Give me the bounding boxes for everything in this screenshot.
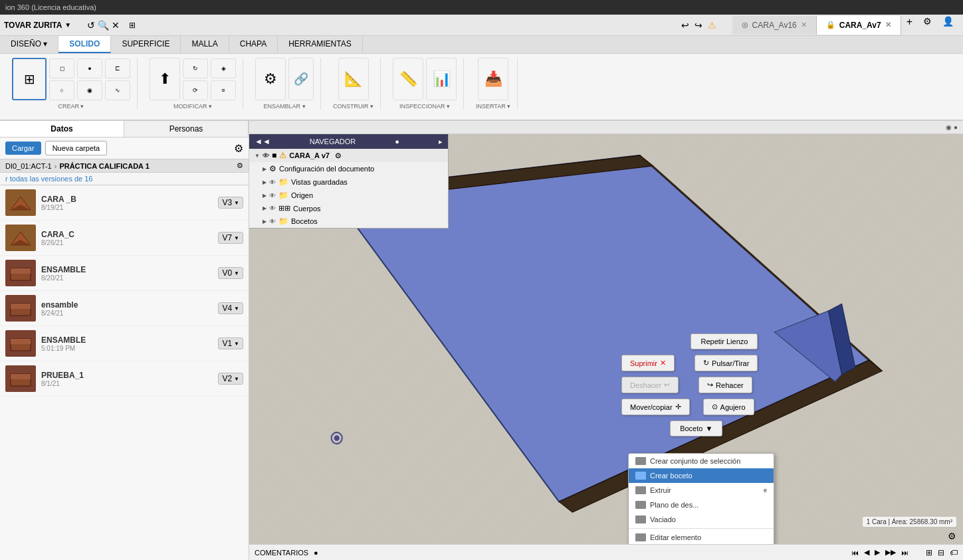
shape-btn-1[interactable]: ◻	[49, 58, 74, 78]
insert-btn[interactable]: 📥	[478, 58, 508, 100]
skip-back-btn[interactable]: ⏮	[851, 549, 859, 557]
design-dropdown[interactable]: DISEÑO ▾	[0, 36, 58, 53]
target-icon[interactable]: ⊙	[335, 151, 341, 160]
tab-superficie[interactable]: SUPERFICIE	[111, 36, 181, 53]
tab-cara-av16[interactable]: ◎ CARA_Av16 ✕	[732, 16, 817, 35]
repeat-canvas-btn[interactable]: Repetir Lienzo	[691, 333, 758, 349]
sidebar-tab-datos[interactable]: Datos	[0, 121, 124, 137]
shape-btn-6[interactable]: ∿	[105, 80, 130, 100]
file-list: CARA _B 8/19/21 V3 ▼	[0, 185, 249, 560]
shape-btn-4[interactable]: ◉	[77, 80, 102, 100]
dropdown-item-vaciado[interactable]: Vaciado	[629, 512, 774, 527]
list-item[interactable]: ENSAMBLE 5:01:19 PM V1 ▼	[0, 326, 249, 361]
inspect-btn-1[interactable]: 📏	[393, 58, 423, 100]
tab-malla[interactable]: MALLA	[181, 36, 229, 53]
dropdown-item-crear-conjunto[interactable]: Crear conjunto de selección	[629, 454, 774, 468]
version-chevron: ▼	[234, 306, 239, 312]
list-item[interactable]: ENSAMBLE 8/20/21 V0 ▼	[0, 256, 249, 291]
version-badge[interactable]: V2 ▼	[218, 373, 243, 385]
sidebar-tab-personas[interactable]: Personas	[124, 121, 249, 137]
list-item[interactable]: ensamble 8/24/21 V4 ▼	[0, 291, 249, 326]
assemble-btn-2[interactable]: 🔗	[288, 58, 314, 100]
extrude-btn[interactable]: ⬆	[150, 58, 180, 100]
dropdown-arrow: ▾	[43, 39, 47, 48]
navigator-close[interactable]: ▸	[439, 138, 443, 146]
close-icon[interactable]: ✕	[112, 20, 120, 31]
prev-btn[interactable]: ◀	[864, 548, 869, 557]
breadcrumb-settings-icon[interactable]: ⚙	[237, 161, 243, 170]
thumbnail-svg	[7, 297, 34, 320]
grid-icon[interactable]: ⊞	[129, 21, 136, 30]
tab-solido[interactable]: SOLIDO	[58, 36, 111, 53]
list-item[interactable]: CARA_C 8/26/21 V7 ▼	[0, 221, 249, 256]
search-icon[interactable]: 🔍	[98, 20, 109, 31]
list-item[interactable]: PRUEBA_1 8/1/21 V2 ▼	[0, 361, 249, 397]
rib-btn[interactable]: ≡	[211, 80, 236, 100]
pulsar-tirar-btn[interactable]: ↻ Pulsar/Tirar	[695, 355, 758, 371]
tab-chapa[interactable]: CHAPA	[229, 36, 278, 53]
eye-icon-nav[interactable]: 👁	[269, 192, 276, 199]
shape-btn-5[interactable]: ⊏	[105, 58, 130, 78]
inspect-btn-2[interactable]: 📊	[426, 58, 457, 100]
construct-btn-1[interactable]: 📐	[338, 58, 369, 100]
user-icon[interactable]: 👤	[937, 16, 959, 35]
skip-fwd-btn[interactable]: ⏭	[901, 549, 909, 557]
dropdown-item-crear-boceto[interactable]: Crear boceto	[629, 468, 774, 483]
version-badge[interactable]: V4 ▼	[218, 302, 243, 314]
tab-close[interactable]: ✕	[885, 21, 891, 29]
version-badge[interactable]: V0 ▼	[218, 267, 243, 279]
mover-copiar-btn[interactable]: Mover/copiar ✛	[621, 399, 690, 415]
dropdown-item-editar-elemento[interactable]: Editar elemento	[629, 530, 774, 544]
nav-tree-item-cuerpos[interactable]: ▶ 👁 ⊞⊞ Cuerpos	[249, 202, 448, 215]
shape-btn-2[interactable]: ○	[49, 80, 74, 100]
loft-btn[interactable]: ◈	[211, 58, 236, 78]
breadcrumb-part1[interactable]: DI0_01:ACT-1	[5, 162, 52, 170]
agujero-btn[interactable]: ⊙ Agujero	[703, 399, 754, 415]
sweep-btn[interactable]: ⟳	[183, 80, 208, 100]
nav-tree-root[interactable]: ▼ 👁 ■ ⚠ CARA_A v7 ⊙	[249, 149, 448, 162]
version-badge[interactable]: V1 ▼	[218, 337, 243, 349]
new-folder-button[interactable]: Nueva carpeta	[45, 141, 108, 155]
inspeccionar-buttons: 📏 📊	[393, 58, 457, 100]
shape-btn-3[interactable]: ●	[77, 58, 102, 78]
suprimir-btn[interactable]: Suprimir ✕	[621, 355, 675, 371]
add-tab-btn[interactable]: +	[901, 16, 918, 35]
list-item[interactable]: CARA _B 8/19/21 V3 ▼	[0, 185, 249, 221]
undo-icon[interactable]: ↩	[681, 20, 689, 31]
versions-link[interactable]: r todas las versiones de 16	[0, 173, 249, 185]
play-btn[interactable]: ▶	[875, 548, 880, 557]
next-btn[interactable]: ▶▶	[885, 548, 896, 557]
settings-icon[interactable]: ⚙	[234, 142, 243, 155]
viewport-settings-icon[interactable]: ⚙	[948, 531, 956, 541]
refresh-icon[interactable]: ↺	[87, 20, 95, 31]
eye-icon-nav[interactable]: 👁	[269, 218, 276, 225]
tab-close[interactable]: ✕	[801, 21, 807, 29]
viewport-area[interactable]: ◄◄ NAVEGADOR ● ▸ ▼ 👁 ■ ⚠ CARA_A v7 ⊙	[249, 134, 963, 544]
new-component-btn[interactable]: ⊞	[12, 58, 47, 100]
tab-herramientas[interactable]: HERRAMIENTAS	[278, 36, 362, 53]
extrude-icon: ⬆	[159, 70, 171, 88]
boceto-btn[interactable]: Boceto ▼	[670, 420, 722, 436]
deshacer-btn[interactable]: Deshacer ↩	[621, 377, 679, 393]
ribbon-group-modificar: ⬆ ↻ ⟳ ◈ ≡	[143, 58, 243, 110]
dropdown-item-plano[interactable]: Plano de des...	[629, 498, 774, 512]
eye-icon-nav[interactable]: 👁	[269, 179, 276, 186]
nav-tree-item-bocetos[interactable]: ▶ 👁 📁 Bocetos	[249, 215, 448, 228]
version-badge[interactable]: V7 ▼	[218, 232, 243, 244]
eye-toggle[interactable]: 👁	[263, 152, 269, 159]
settings-icon[interactable]: ⚙	[918, 16, 937, 35]
tab-cara-av7[interactable]: 🔒 CARA_Av7 ✕	[817, 16, 901, 35]
breadcrumb-part2[interactable]: PRÁCTICA CALIFICADA 1	[59, 162, 149, 170]
nav-tree-item-vistas[interactable]: ▶ 👁 📁 Vistas guardadas	[249, 175, 448, 189]
user-chevron[interactable]: ▼	[64, 21, 71, 29]
revolve-btn[interactable]: ↻	[183, 58, 208, 78]
redo-icon[interactable]: ↪	[695, 20, 702, 31]
nav-tree-item-origen[interactable]: ▶ 👁 📁 Origen	[249, 189, 448, 202]
rehacer-btn[interactable]: ↪ Rehacer	[698, 377, 752, 393]
nav-tree-item-config[interactable]: ▶ ⚙ Configuración del documento	[249, 162, 448, 175]
load-button[interactable]: Cargar	[5, 141, 41, 155]
version-badge[interactable]: V3 ▼	[218, 197, 243, 209]
dropdown-item-extruir[interactable]: Extruir e	[629, 483, 774, 498]
assemble-btn-1[interactable]: ⚙	[255, 58, 286, 100]
eye-icon-nav[interactable]: 👁	[269, 205, 276, 212]
